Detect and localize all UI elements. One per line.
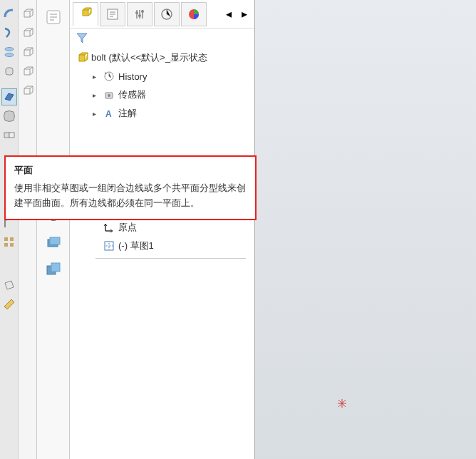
wire-cube4-icon[interactable] [20,63,36,80]
svg-text:A: A [105,109,112,119]
tree-annotations[interactable]: ▸ A 注解 [73,104,252,123]
origin-icon [103,221,115,234]
plane-tooltip: 平面 使用非相交草图或一组闭合边线或多个共平面分型线来创建平面曲面。所有边线都必… [4,155,257,220]
panel-btn-layers[interactable] [39,230,68,255]
tab-property[interactable] [100,2,125,26]
svg-point-19 [141,10,144,13]
history-icon [103,70,115,83]
tab-nav-prev[interactable]: ◂ [222,2,236,26]
tool-sweep[interactable] [1,5,17,22]
svg-point-18 [138,14,141,17]
wire-cube3-icon[interactable] [20,43,36,61]
part-icon [76,51,88,64]
tree-tab-row: ◂ ▸ [70,0,254,29]
origin-marker [335,396,349,411]
tool-measure[interactable] [1,296,17,313]
wire-cube-icon[interactable] [20,5,36,22]
tool-patch[interactable] [1,108,17,125]
tool-knit[interactable] [1,127,17,144]
tooltip-body: 使用非相交草图或一组闭合边线或多个共平面分型线来创建平面曲面。所有边线都必须在同… [14,181,247,212]
viewport[interactable]: Y X [255,0,476,459]
feature-tree-panel: ◂ ▸ bolt (默认<<默认>_显示状态 ▸ History ▸ 传感器 ▸ [70,0,255,459]
filter-icon[interactable] [76,31,88,44]
svg-rect-6 [10,237,14,241]
tree-sensors[interactable]: ▸ 传感器 [73,86,252,104]
svg-point-17 [135,11,138,14]
tab-config[interactable] [127,2,152,26]
tree-root-label: bolt (默认<<默认>_显示状态 [91,51,207,64]
tab-feature-tree[interactable] [73,2,98,26]
wire-cube2-icon[interactable] [20,24,36,41]
tool-plane[interactable] [1,277,17,294]
tree-origin[interactable]: 原点 [73,218,252,237]
tool-curve[interactable] [1,24,17,41]
tab-nav-next[interactable]: ▸ [237,2,252,26]
left-toolbar-1 [0,0,19,459]
panel-btn-overlap[interactable] [39,257,68,282]
svg-rect-8 [10,243,14,247]
panel-btn-1[interactable] [39,4,68,30]
tool-pattern[interactable] [1,234,17,251]
tooltip-title: 平面 [14,164,247,177]
sensors-icon [103,88,115,101]
tool-loft[interactable] [1,43,17,61]
svg-point-0 [5,48,14,51]
svg-rect-5 [4,237,8,241]
tree-root[interactable]: bolt (默认<<默认>_显示状态 [73,48,252,67]
tab-appearance[interactable] [181,2,207,26]
tool-shape[interactable] [1,63,17,80]
svg-rect-13 [50,237,60,244]
sketch-icon [103,239,115,252]
tree-divider [95,258,246,259]
svg-point-24 [108,94,110,97]
svg-rect-7 [4,243,8,247]
tool-surface[interactable] [1,88,17,105]
panel-button-column [37,0,70,459]
expand-arrow-icon: ▸ [93,73,100,81]
tree-history-label: History [118,71,147,82]
wire-cube5-icon[interactable] [20,82,36,99]
tab-dim[interactable] [154,2,180,26]
tree-sketch1-label: (-) 草图1 [118,239,154,252]
expand-arrow-icon: ▸ [93,91,100,99]
left-toolbar-2 [19,0,37,459]
annotations-icon: A [103,107,115,120]
tree-sensors-label: 传感器 [118,88,146,101]
expand-arrow-icon: ▸ [93,110,100,118]
svg-rect-15 [51,263,60,272]
svg-rect-3 [4,133,9,138]
tree-history[interactable]: ▸ History [73,67,252,86]
svg-rect-2 [6,68,13,75]
filter-row [70,29,254,47]
feature-tree: bolt (默认<<默认>_显示状态 ▸ History ▸ 传感器 ▸ A 注… [70,47,254,459]
tree-annotations-label: 注解 [118,107,137,120]
svg-rect-4 [9,133,14,138]
tree-sketch1[interactable]: (-) 草图1 [73,237,252,255]
tree-origin-label: 原点 [118,221,137,234]
svg-point-1 [5,53,14,57]
